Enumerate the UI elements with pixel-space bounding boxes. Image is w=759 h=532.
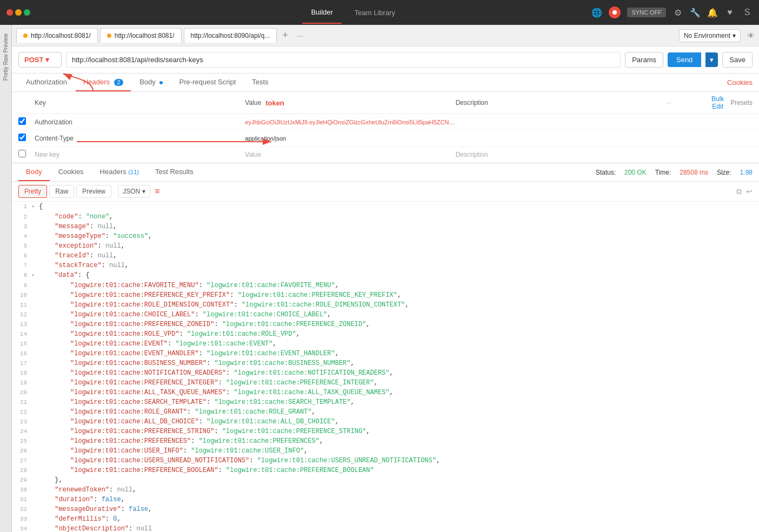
preview-button[interactable]: Preview [76, 185, 111, 198]
lines-icon[interactable]: ≡ [155, 187, 159, 196]
value-column-header: Value [245, 99, 261, 107]
resp-tab-test-results[interactable]: Test Results [148, 163, 201, 181]
json-line: 19 "logwire:t01:cache:PREFERENCE_INTEGER… [12, 378, 759, 388]
wrench-icon[interactable]: 🔧 [690, 7, 701, 18]
new-desc-cell: Description [456, 151, 666, 158]
json-line: 32 "messageDurative": false, [12, 504, 759, 514]
json-line: 15 "logwire:t01:cache:EVENT": "logwire:t… [12, 339, 759, 349]
new-key-cell: New key [35, 151, 245, 158]
more-tabs-button[interactable]: ··· [294, 31, 307, 40]
url-input[interactable] [66, 52, 621, 68]
nav-right-area: 🌐 SYNC OFF ⚙ 🔧 🔔 ♥ S [591, 6, 753, 18]
header-row-content-type: Content-Type application/json [12, 130, 759, 147]
json-line: 25 "logwire:t01:cache:PREFERENCES": "log… [12, 436, 759, 446]
response-tabs-bar: Body Cookies Headers (11) Test Results S… [12, 163, 759, 182]
send-button[interactable]: Send [668, 52, 701, 67]
more-options-icon[interactable]: ··· [666, 99, 709, 107]
content-area: http://localhost:8081/ http://localhost:… [12, 25, 759, 532]
json-line: 34 "objectDescription": null [12, 524, 759, 532]
eye-icon[interactable]: 👁 [747, 31, 755, 40]
json-line: 23 "logwire:t01:cache:ALL_DB_CHOICE": "l… [12, 417, 759, 427]
cookies-button[interactable]: Cookies [727, 78, 753, 87]
bulk-edit-button[interactable]: Bulk Edit [709, 95, 726, 110]
params-button[interactable]: Params [625, 52, 663, 68]
resp-tab-headers[interactable]: Headers (11) [92, 163, 147, 181]
json-line: 28 "logwire:t01:cache:PREFERENCE_BOOLEAN… [12, 466, 759, 475]
environment-selector[interactable]: No Environment ▾ [679, 29, 741, 42]
tab-tests[interactable]: Tests [244, 74, 276, 91]
resp-tab-body[interactable]: Body [18, 163, 50, 181]
request-tabs: Authorization Headers 2 Body Pre-request… [12, 74, 759, 92]
response-section: Body Cookies Headers (11) Test Results S… [12, 163, 759, 532]
json-line: 8▾ "data": { [12, 270, 759, 281]
json-line: 33 "deferMillis": 0, [12, 514, 759, 524]
value-column-area: Value token [245, 99, 455, 107]
new-value-cell: Value [245, 151, 455, 158]
send-dropdown-button[interactable]: ▾ [705, 52, 718, 67]
json-line: 21 "logwire:t01:cache:SEARCH_TEMPLATE": … [12, 397, 759, 407]
heart-icon[interactable]: ♥ [724, 7, 735, 18]
format-chevron-icon: ▾ [142, 188, 145, 195]
time-label: Time: [655, 169, 671, 176]
headers-table-header: Key Value token Description ··· Bulk Edi… [12, 92, 759, 114]
tab-3-label: http://localhost:8090/api/q... [191, 32, 270, 39]
tab-team-library[interactable]: Team Library [346, 2, 404, 23]
format-dropdown[interactable]: JSON ▾ [118, 185, 150, 198]
collapse-arrow[interactable]: ▾ [31, 204, 38, 210]
json-line: 27 "logwire:t01:cache:USERS_UNREAD_NOTIF… [12, 456, 759, 466]
target-icon[interactable] [609, 6, 621, 18]
json-line: 2 "code": "none", [12, 212, 759, 222]
tab-headers[interactable]: Headers 2 [76, 74, 131, 91]
resp-tab-cookies[interactable]: Cookies [51, 163, 91, 181]
json-line: 29 }, [12, 475, 759, 485]
view-controls: Pretty Raw Preview JSON ▾ ≡ ⧉ ↩ [12, 182, 759, 202]
json-line: 26 "logwire:t01:cache:USER_INFO": "logwi… [12, 446, 759, 456]
status-bar: Status: 200 OK Time: 28508 ms Size: 1.98 [596, 169, 753, 176]
tab-builder[interactable]: Builder [302, 2, 341, 24]
key-column-header: Key [35, 99, 245, 107]
settings-icon[interactable]: ⚙ [673, 7, 683, 18]
header-row-authorization: Authorization eyJhbGciOiJIUzUxMiJ9.eyJle… [12, 114, 759, 130]
time-value: 28508 ms [680, 169, 708, 176]
add-tab-button[interactable]: + [279, 30, 291, 41]
headers-table: Key Value token Description ··· Bulk Edi… [12, 92, 759, 163]
dropdown-arrow: ▾ [45, 56, 49, 64]
tab-1[interactable]: http://localhost:8081/ [16, 28, 98, 43]
sync-off-badge[interactable]: SYNC OFF [627, 8, 666, 17]
auth-checkbox[interactable] [18, 117, 26, 125]
header-row-new: New key Value Description [12, 147, 759, 163]
tab-2-label: http://localhost:8081/ [115, 32, 175, 39]
tab-pre-request[interactable]: Pre-request Script [171, 74, 243, 91]
new-row-checkbox[interactable] [18, 150, 26, 157]
json-line: 6 "traceId": null, [12, 251, 759, 261]
resp-headers-badge: (11) [128, 169, 139, 175]
json-line: 9 "logwire:t01:cache:FAVORITE_MENU": "lo… [12, 281, 759, 290]
globe-icon[interactable]: 🌐 [591, 7, 602, 18]
wrap-icon[interactable]: ↩ [746, 187, 753, 196]
tab-authorization[interactable]: Authorization [18, 74, 75, 91]
tab-2[interactable]: http://localhost:8081/ [100, 28, 182, 43]
sidebar-collapse-label[interactable]: Pretty Raw Preview [3, 34, 9, 81]
presets-button[interactable]: Presets [730, 95, 753, 110]
tab-3[interactable]: http://localhost:8090/api/q... [184, 28, 277, 43]
tab-body[interactable]: Body [132, 74, 170, 91]
user-icon[interactable]: S [742, 7, 753, 18]
json-line: 4 "messageType": "success", [12, 231, 759, 241]
bell-icon[interactable]: 🔔 [707, 7, 718, 18]
json-line: 20 "logwire:t01:cache:ALL_TASK_QUEUE_NAM… [12, 388, 759, 397]
json-line: 14 "logwire:t01:cache:ROLE_VPD": "logwir… [12, 329, 759, 339]
method-dropdown[interactable]: POST ▾ [18, 52, 62, 68]
copy-icon[interactable]: ⧉ [736, 187, 742, 196]
raw-button[interactable]: Raw [49, 185, 74, 198]
pretty-button[interactable]: Pretty [18, 185, 47, 198]
main-container: Pretty Raw Preview http://localhost:8081… [0, 25, 759, 532]
collapse-arrow[interactable]: ▾ [31, 272, 38, 278]
json-line: 16 "logwire:t01:cache:EVENT_HANDLER": "l… [12, 349, 759, 358]
json-line: 24 "logwire:t01:cache:PREFERENCE_STRING"… [12, 427, 759, 436]
size-value: 1.98 [740, 169, 753, 176]
left-sidebar: Pretty Raw Preview [0, 25, 12, 532]
content-type-value-cell: application/json [245, 135, 455, 142]
request-tabs-area: Authorization Headers 2 Body Pre-request… [12, 74, 759, 92]
save-button[interactable]: Save [722, 52, 753, 68]
content-type-checkbox[interactable] [18, 134, 26, 141]
